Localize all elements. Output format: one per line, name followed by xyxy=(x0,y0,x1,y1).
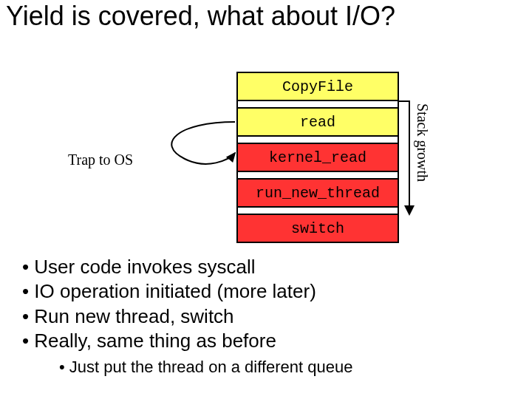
frame-kernel-read: kernel_read xyxy=(236,143,399,172)
frame-run-new-thread: run_new_thread xyxy=(236,178,399,208)
bullet-1: • User code invokes syscall xyxy=(22,255,316,279)
bullet-4: • Really, same thing as before xyxy=(22,329,316,353)
frame-switch: switch xyxy=(236,214,399,243)
frame-copyfile: CopyFile xyxy=(236,72,399,101)
frame-read: read xyxy=(236,107,399,137)
stack-growth-label: Stack growth xyxy=(414,103,431,182)
slide-title: Yield is covered, what about I/O? xyxy=(6,1,523,31)
slide: Yield is covered, what about I/O? Trap t… xyxy=(0,0,532,399)
call-stack: CopyFile read kernel_read run_new_thread… xyxy=(236,72,399,243)
bullet-list: • User code invokes syscall • IO operati… xyxy=(22,255,316,353)
trap-to-os-label: Trap to OS xyxy=(68,151,133,168)
trap-curved-arrow xyxy=(148,115,251,174)
bullet-3: • Run new thread, switch xyxy=(22,304,316,329)
stack-growth-arrow xyxy=(409,100,410,214)
sub-bullet: • Just put the thread on a different que… xyxy=(59,358,352,377)
bullet-2: • IO operation initiated (more later) xyxy=(22,279,316,304)
